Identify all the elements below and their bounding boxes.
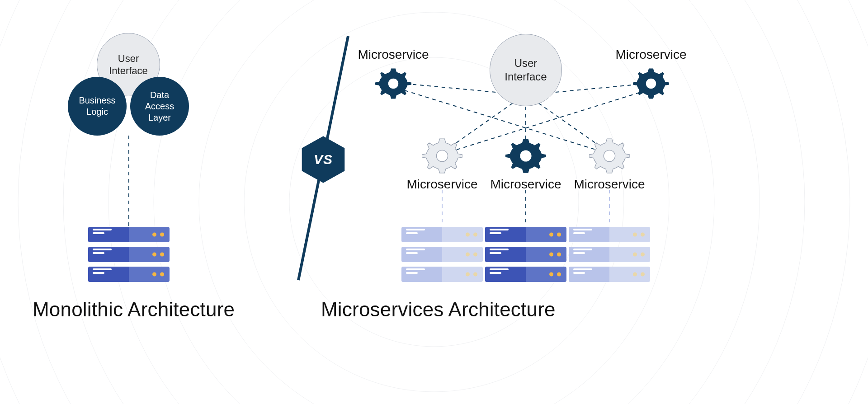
monolith-data-label: DataAccessLayer: [145, 89, 174, 123]
server-unit: [88, 267, 170, 282]
gear-icon: [589, 136, 630, 176]
microservice-label: Microservice: [490, 177, 561, 192]
gear-icon: [633, 66, 669, 102]
micro-server-stack-right: [569, 227, 650, 282]
server-unit: [485, 227, 566, 242]
server-unit: [485, 267, 566, 282]
server-unit: [88, 247, 170, 262]
monolith-ui-label: UserInterface: [109, 52, 148, 77]
gear-icon: [505, 136, 546, 176]
server-unit: [569, 227, 650, 242]
server-unit: [569, 247, 650, 262]
microservice-label: Microservice: [615, 47, 686, 62]
monolith-server-stack: [88, 227, 170, 282]
server-unit: [485, 247, 566, 262]
micro-ui-circle: UserInterface: [490, 34, 562, 106]
monolith-title: Monolithic Architecture: [33, 298, 235, 321]
vs-label: VS: [314, 152, 333, 167]
microservice-label: Microservice: [406, 177, 477, 192]
server-unit: [401, 247, 483, 262]
server-unit: [401, 267, 483, 282]
micro-ui-label: UserInterface: [505, 56, 547, 84]
vs-badge: VS: [298, 135, 348, 184]
svg-point-5: [63, 0, 805, 404]
microservice-label: Microservice: [358, 47, 429, 62]
micro-server-stack-left: [401, 227, 483, 282]
server-unit: [401, 227, 483, 242]
micro-server-stack-center: [485, 227, 566, 282]
gear-icon: [375, 66, 411, 102]
svg-point-1: [244, 12, 624, 392]
monolith-business-circle: BusinessLogic: [68, 77, 127, 136]
svg-point-2: [199, 0, 669, 404]
gear-icon: [422, 136, 462, 176]
monolith-business-label: BusinessLogic: [79, 95, 115, 117]
microservice-label: Microservice: [574, 177, 645, 192]
server-unit: [569, 267, 650, 282]
server-unit: [88, 227, 170, 242]
monolith-data-circle: DataAccessLayer: [130, 77, 189, 136]
micro-title: Microservices Architecture: [321, 298, 556, 321]
